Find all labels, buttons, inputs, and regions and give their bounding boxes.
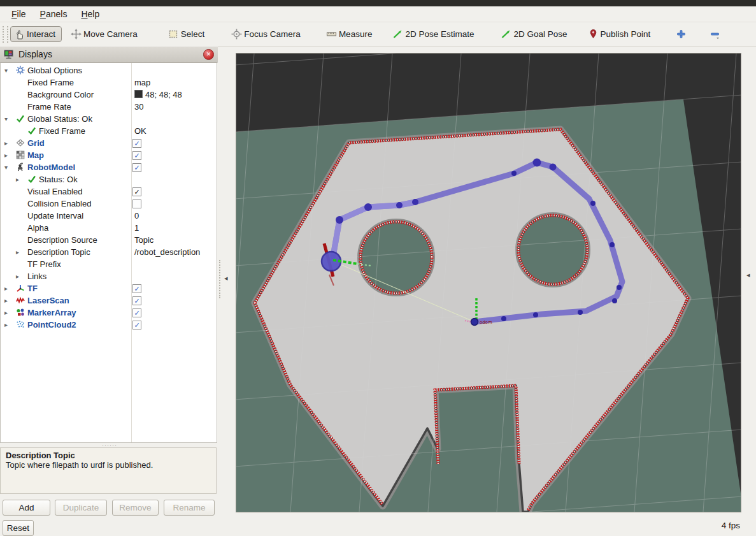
expand-arrow-icon[interactable]: ▸ — [4, 149, 8, 161]
display-row-fixed-frame[interactable]: Fixed FrameOK — [1, 125, 217, 137]
enabled-checkbox[interactable]: ✓ — [132, 187, 141, 196]
pointcloud-icon — [16, 320, 25, 329]
property-name: Description Source — [27, 234, 97, 246]
display-row-description-source[interactable]: Description SourceTopic — [1, 234, 217, 246]
tool-2d-goal-pose[interactable]: 2D Goal Pose — [497, 26, 571, 42]
green-arrow-icon — [392, 29, 403, 40]
tool-interact[interactable]: Interact — [10, 26, 62, 42]
tool-focus-camera[interactable]: Focus Camera — [227, 26, 304, 42]
displays-panel: Displays ✕ ▾Global OptionsFixed Framemap… — [0, 46, 218, 443]
display-row-collision-enabled[interactable]: Collision Enabled✓ — [1, 198, 217, 210]
tf-icon — [16, 284, 25, 293]
tool-label: Interact — [27, 29, 55, 39]
remove-button: Remove — [112, 500, 159, 516]
display-row-map[interactable]: ▸Map✓ — [1, 149, 217, 161]
expand-arrow-icon[interactable]: ▸ — [4, 319, 8, 331]
tool-label: Focus Camera — [244, 29, 301, 39]
display-row-pointcloud2[interactable]: ▸PointCloud2✓ — [1, 319, 217, 331]
expand-arrow-icon[interactable]: ▸ — [16, 270, 19, 282]
display-row-visual-enabled[interactable]: Visual Enabled✓ — [1, 185, 217, 198]
add-tool-button[interactable] — [672, 26, 690, 42]
menu-panels[interactable]: Panels — [34, 8, 74, 20]
display-row-alpha[interactable]: Alpha1 — [1, 222, 217, 234]
display-row-global-options[interactable]: ▾Global Options — [1, 64, 217, 76]
property-value[interactable]: /robot_description — [134, 246, 200, 258]
close-icon[interactable]: ✕ — [203, 49, 214, 60]
expand-arrow-icon[interactable]: ▸ — [16, 246, 19, 258]
tool-publish-point[interactable]: Publish Point — [584, 26, 655, 42]
collapse-arrow-icon[interactable]: ▾ — [4, 64, 8, 76]
display-row-tf-prefix[interactable]: TF Prefix — [1, 258, 217, 270]
collapse-arrow-icon[interactable]: ▾ — [4, 161, 8, 173]
check-icon — [27, 175, 36, 184]
tool-select[interactable]: Select — [164, 26, 209, 42]
expand-arrow-icon[interactable]: ▸ — [4, 137, 8, 149]
help-body: Topic where filepath to urdf is publishe… — [6, 460, 211, 470]
displays-tree[interactable]: ▾Global OptionsFixed FramemapBackground … — [0, 62, 217, 443]
displays-panel-header[interactable]: Displays ✕ — [0, 46, 218, 62]
toolbar: Interact Move Camera Select Focus Camera… — [0, 22, 756, 47]
toolbar-drag-handle[interactable] — [3, 26, 8, 43]
display-row-update-interval[interactable]: Update Interval0 — [1, 210, 217, 222]
tool-label: Publish Point — [601, 29, 651, 39]
expand-arrow-icon[interactable]: ▸ — [16, 173, 19, 185]
enabled-checkbox[interactable]: ✓ — [132, 284, 141, 293]
expand-arrow-icon[interactable]: ▸ — [4, 282, 8, 294]
enabled-checkbox[interactable]: ✓ — [132, 321, 141, 330]
property-value[interactable]: OK — [134, 125, 146, 137]
help-title: Description Topic — [6, 451, 211, 460]
property-help-box: Description Topic Topic where filepath t… — [0, 447, 217, 494]
display-row-links[interactable]: ▸Links — [1, 270, 217, 282]
display-row-fixed-frame[interactable]: Fixed Framemap — [1, 76, 217, 89]
menu-bar[interactable]: FilePanelsHelp — [0, 6, 756, 22]
enabled-checkbox[interactable]: ✓ — [132, 163, 141, 172]
tool-move-camera[interactable]: Move Camera — [67, 26, 141, 42]
robot-base — [322, 252, 341, 271]
scene-canvas: odom — [236, 54, 741, 512]
enabled-checkbox[interactable]: ✓ — [132, 139, 141, 148]
display-row-grid[interactable]: ▸Grid✓ — [1, 137, 217, 149]
property-value[interactable]: 1 — [134, 222, 139, 234]
map-icon — [16, 150, 25, 159]
property-value[interactable]: map — [134, 76, 150, 89]
property-value[interactable]: 48; 48; 48 — [134, 89, 182, 101]
expand-arrow-icon[interactable]: ▸ — [4, 294, 8, 307]
enabled-checkbox[interactable]: ✓ — [132, 308, 141, 317]
expand-arrow-icon[interactable]: ▸ — [4, 307, 8, 319]
focus-crosshair-icon — [231, 29, 242, 40]
property-value[interactable]: 30 — [134, 101, 143, 113]
display-row-laserscan[interactable]: ▸LaserScan✓ — [1, 294, 217, 307]
left-splitter[interactable] — [219, 260, 222, 298]
tool-measure[interactable]: Measure — [322, 26, 376, 42]
tool-label: Select — [181, 29, 205, 39]
collapse-arrow-icon[interactable]: ▾ — [4, 113, 8, 125]
display-row-robotmodel[interactable]: ▾RobotModel✓ — [1, 161, 217, 173]
enabled-checkbox[interactable]: ✓ — [132, 199, 141, 208]
property-name: Fixed Frame — [39, 125, 85, 137]
property-value[interactable]: 0 — [134, 210, 139, 222]
display-row-description-topic[interactable]: ▸Description Topic/robot_description — [1, 246, 217, 258]
enabled-checkbox[interactable]: ✓ — [132, 296, 141, 305]
menu-help[interactable]: Help — [75, 8, 106, 20]
tool-2d-pose-estimate[interactable]: 2D Pose Estimate — [389, 26, 478, 42]
remove-tool-button[interactable] — [706, 26, 724, 42]
reset-button[interactable]: Reset — [3, 520, 34, 536]
display-row-global-status-ok[interactable]: ▾Global Status: Ok — [1, 113, 217, 125]
display-row-tf[interactable]: ▸TF✓ — [1, 282, 217, 294]
collapse-left-panel-icon[interactable]: ◂ — [224, 274, 228, 282]
display-row-background-color[interactable]: Background Color48; 48; 48 — [1, 89, 217, 101]
enabled-checkbox[interactable]: ✓ — [132, 151, 141, 160]
display-row-markerarray[interactable]: ▸MarkerArray✓ — [1, 307, 217, 319]
ruler-icon — [326, 29, 337, 40]
add-button[interactable]: Add — [3, 500, 50, 516]
check-icon — [16, 114, 25, 123]
menu-file[interactable]: File — [5, 8, 32, 20]
property-value[interactable]: Topic — [134, 234, 153, 246]
collapse-right-panel-icon[interactable]: ◂ — [746, 271, 750, 279]
markers-icon — [16, 308, 25, 317]
display-row-frame-rate[interactable]: Frame Rate30 — [1, 101, 217, 113]
render-viewport-3d[interactable]: odom — [236, 54, 741, 512]
map-pin-icon — [588, 29, 599, 40]
display-row-status-ok[interactable]: ▸Status: Ok — [1, 173, 217, 185]
panel-splitter-handle[interactable]: ······ — [96, 444, 124, 447]
